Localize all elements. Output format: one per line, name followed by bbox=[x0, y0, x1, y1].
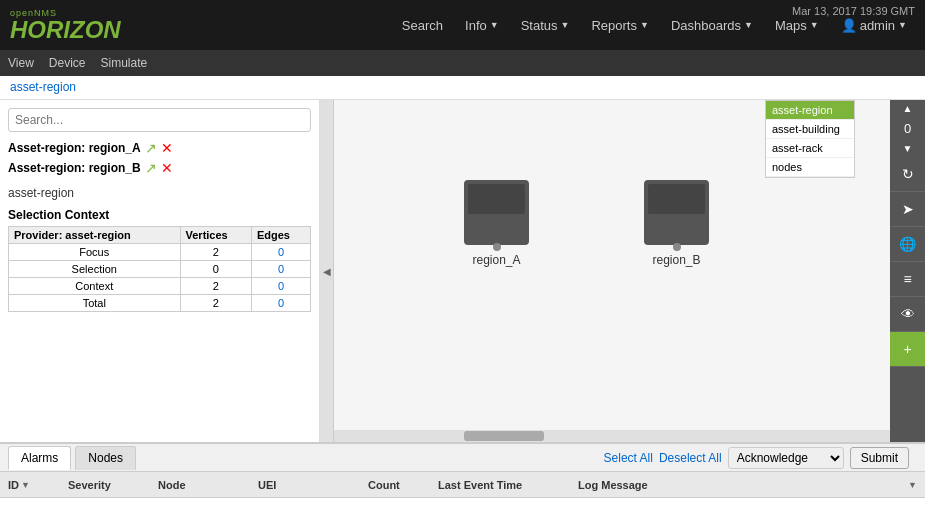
breadcrumb-link[interactable]: asset-region bbox=[10, 80, 76, 94]
node-region-a[interactable]: region_A bbox=[464, 180, 529, 267]
pan-button[interactable]: ➤ bbox=[890, 192, 925, 227]
row-selection-vertices: 0 bbox=[180, 261, 251, 278]
selection-context: Selection Context Provider: asset-region… bbox=[8, 208, 311, 312]
th-count-label: Count bbox=[368, 479, 400, 491]
row-context-edges[interactable]: 0 bbox=[251, 278, 310, 295]
acknowledge-select[interactable]: Acknowledge Unacknowledge Escalate Clear bbox=[728, 447, 844, 469]
scroll-down-button[interactable]: ▼ bbox=[890, 140, 925, 157]
table-header: ID ▼ Severity Node UEI Count Last Event … bbox=[0, 472, 925, 498]
table-row: Focus 2 0 bbox=[9, 244, 311, 261]
th-id-label: ID bbox=[8, 479, 19, 491]
submit-button[interactable]: Submit bbox=[850, 447, 909, 469]
col-edges: Edges bbox=[251, 227, 310, 244]
logo: openNMS HORIZON bbox=[10, 9, 121, 42]
refresh-button[interactable]: ↻ bbox=[890, 157, 925, 192]
top-navigation: openNMS HORIZON Search Info ▼ Status ▼ R… bbox=[0, 0, 925, 50]
th-last-event-time: Last Event Time bbox=[434, 479, 574, 491]
nav-reports[interactable]: Reports ▼ bbox=[583, 14, 656, 37]
add-button[interactable]: + bbox=[890, 332, 925, 367]
deselect-all-link[interactable]: Deselect All bbox=[659, 451, 722, 465]
node-region-b[interactable]: region_B bbox=[644, 180, 709, 267]
menu-button[interactable]: ≡ bbox=[890, 262, 925, 297]
row-focus-label: Focus bbox=[9, 244, 181, 261]
th-log-message-label: Log Message bbox=[578, 479, 648, 491]
reports-dropdown-arrow: ▼ bbox=[640, 20, 649, 30]
th-log-message: Log Message ▼ bbox=[574, 479, 921, 491]
datetime-display: Mar 13, 2017 19:39 GMT bbox=[792, 5, 915, 17]
logo-horizon: HORIZON bbox=[10, 18, 121, 42]
search-input[interactable] bbox=[8, 108, 311, 132]
filter-region-a: Asset-region: region_A ↗ ✕ bbox=[8, 140, 311, 156]
tab-nodes[interactable]: Nodes bbox=[75, 446, 136, 470]
nav-view[interactable]: View bbox=[8, 56, 34, 70]
col-vertices: Vertices bbox=[180, 227, 251, 244]
filter-region-a-nav-icon[interactable]: ↗ bbox=[145, 140, 157, 156]
filter-region-b-nav-icon[interactable]: ↗ bbox=[145, 160, 157, 176]
breadcrumb: asset-region bbox=[0, 76, 925, 100]
column-settings-icon[interactable]: ▼ bbox=[908, 480, 917, 490]
th-severity-label: Severity bbox=[68, 479, 111, 491]
layer-asset-building[interactable]: asset-building bbox=[766, 120, 854, 139]
col-provider: Provider: asset-region bbox=[9, 227, 181, 244]
row-total-label: Total bbox=[9, 295, 181, 312]
row-focus-edges[interactable]: 0 bbox=[251, 244, 310, 261]
section-title: asset-region bbox=[8, 186, 311, 200]
scrollbar-thumb[interactable] bbox=[464, 431, 544, 441]
right-tool-panel: ▲ 0 ▼ ↻ ➤ 🌐 ≡ 👁 + bbox=[890, 100, 925, 442]
selection-context-title: Selection Context bbox=[8, 208, 311, 222]
node-region-a-inner bbox=[468, 184, 525, 214]
dashboards-dropdown-arrow: ▼ bbox=[744, 20, 753, 30]
node-region-b-box[interactable] bbox=[644, 180, 709, 245]
bottom-tabs: Alarms Nodes bbox=[8, 446, 140, 470]
table-row: Total 2 0 bbox=[9, 295, 311, 312]
layer-asset-region[interactable]: asset-region bbox=[766, 101, 854, 120]
nav-simulate[interactable]: Simulate bbox=[100, 56, 147, 70]
th-count: Count bbox=[364, 479, 434, 491]
layer-asset-rack[interactable]: asset-rack bbox=[766, 139, 854, 158]
nav-search[interactable]: Search bbox=[394, 14, 451, 37]
node-region-a-box[interactable] bbox=[464, 180, 529, 245]
map-horizontal-scrollbar[interactable] bbox=[334, 430, 890, 442]
nav-device[interactable]: Device bbox=[49, 56, 86, 70]
layer-nodes[interactable]: nodes bbox=[766, 158, 854, 177]
tab-alarms[interactable]: Alarms bbox=[8, 446, 71, 470]
th-uei-label: UEI bbox=[258, 479, 276, 491]
collapse-handle[interactable]: ◀ bbox=[320, 100, 334, 442]
left-panel: Asset-region: region_A ↗ ✕ Asset-region:… bbox=[0, 100, 320, 442]
select-all-link[interactable]: Select All bbox=[604, 451, 653, 465]
table-row: Selection 0 0 bbox=[9, 261, 311, 278]
map-global-button[interactable]: 🌐 bbox=[890, 227, 925, 262]
second-navigation: View Device Simulate bbox=[0, 50, 925, 76]
filter-region-b-remove-icon[interactable]: ✕ bbox=[161, 160, 173, 176]
zoom-level: 0 bbox=[890, 117, 925, 140]
layer-list: asset-region asset-building asset-rack n… bbox=[765, 100, 855, 178]
eye-button[interactable]: 👁 bbox=[890, 297, 925, 332]
sort-icon[interactable]: ▼ bbox=[21, 480, 30, 490]
node-region-b-inner bbox=[648, 184, 705, 214]
th-node-label: Node bbox=[158, 479, 186, 491]
row-total-vertices: 2 bbox=[180, 295, 251, 312]
node-region-b-label: region_B bbox=[652, 253, 700, 267]
nav-info[interactable]: Info ▼ bbox=[457, 14, 507, 37]
user-icon: 👤 bbox=[841, 18, 857, 33]
table-row: Context 2 0 bbox=[9, 278, 311, 295]
admin-dropdown-arrow: ▼ bbox=[898, 20, 907, 30]
info-dropdown-arrow: ▼ bbox=[490, 20, 499, 30]
row-selection-edges[interactable]: 0 bbox=[251, 261, 310, 278]
filter-region-b-label: Asset-region: region_B bbox=[8, 161, 141, 175]
bottom-actions: Select All Deselect All Acknowledge Unac… bbox=[596, 444, 917, 472]
status-dropdown-arrow: ▼ bbox=[561, 20, 570, 30]
th-id: ID ▼ bbox=[4, 479, 64, 491]
filter-region-a-remove-icon[interactable]: ✕ bbox=[161, 140, 173, 156]
row-focus-vertices: 2 bbox=[180, 244, 251, 261]
bottom-panel: Alarms Nodes Select All Deselect All Ack… bbox=[0, 442, 925, 526]
scroll-up-button[interactable]: ▲ bbox=[890, 100, 925, 117]
nav-status[interactable]: Status ▼ bbox=[513, 14, 578, 37]
row-selection-label: Selection bbox=[9, 261, 181, 278]
map-canvas[interactable]: asset-region asset-building asset-rack n… bbox=[334, 100, 890, 442]
row-context-label: Context bbox=[9, 278, 181, 295]
th-severity: Severity bbox=[64, 479, 154, 491]
nav-dashboards[interactable]: Dashboards ▼ bbox=[663, 14, 761, 37]
row-total-edges[interactable]: 0 bbox=[251, 295, 310, 312]
row-context-vertices: 2 bbox=[180, 278, 251, 295]
